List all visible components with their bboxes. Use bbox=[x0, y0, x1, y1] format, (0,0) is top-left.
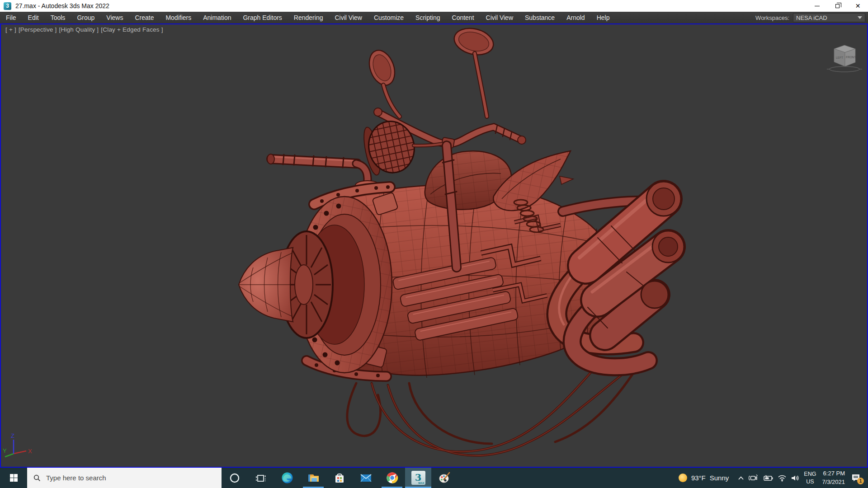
menu-modifiers[interactable]: Modifiers bbox=[160, 12, 197, 23]
taskbar-app-paint3d[interactable] bbox=[431, 468, 458, 488]
notification-badge: 1 bbox=[857, 478, 864, 484]
store-icon bbox=[334, 472, 345, 484]
menu-graph-editors[interactable]: Graph Editors bbox=[237, 12, 288, 23]
start-button[interactable] bbox=[0, 468, 27, 488]
tray-chevron-up[interactable] bbox=[737, 475, 745, 481]
paint3d-icon bbox=[439, 472, 451, 484]
taskbar-app-store[interactable] bbox=[326, 468, 353, 488]
weather-widget[interactable]: 93°F Sunny bbox=[679, 474, 729, 482]
taskbar-app-file-explorer[interactable] bbox=[300, 468, 326, 488]
menu-customize[interactable]: Customize bbox=[368, 12, 410, 23]
battery-icon bbox=[763, 475, 774, 481]
windows-logo-icon bbox=[10, 474, 18, 482]
world-axis-gizmo: X Y Z bbox=[3, 432, 32, 457]
menu-content[interactable]: Content bbox=[446, 12, 480, 23]
viewport-menu-general[interactable]: [ + ] bbox=[5, 26, 16, 33]
tray-battery[interactable] bbox=[763, 475, 774, 481]
taskbar-app-cortana[interactable] bbox=[222, 468, 248, 488]
menu-views[interactable]: Views bbox=[100, 12, 129, 23]
cortana-icon bbox=[229, 473, 240, 483]
viewport-menu-pov[interactable]: [Perspective ] bbox=[19, 26, 57, 33]
viewcube[interactable]: LEFT FRONT bbox=[827, 45, 862, 72]
language-indicator[interactable]: ENG US bbox=[804, 470, 816, 486]
chevron-up-icon bbox=[737, 475, 745, 481]
restore-icon bbox=[835, 4, 840, 8]
workspace-dropdown[interactable]: NESA iCAD bbox=[793, 13, 865, 22]
menu-civil-view[interactable]: Civil View bbox=[329, 12, 368, 23]
menu-rendering[interactable]: Rendering bbox=[288, 12, 329, 23]
close-icon: ✕ bbox=[855, 3, 861, 9]
taskbar-app-3ds-max[interactable]: 3 MAX bbox=[405, 468, 431, 488]
wifi-icon bbox=[778, 474, 787, 482]
menu-scripting[interactable]: Scripting bbox=[410, 12, 446, 23]
clock[interactable]: 6:27 PM 7/3/2021 bbox=[822, 469, 845, 486]
tray-date: 7/3/2021 bbox=[822, 478, 845, 486]
weather-condition: Sunny bbox=[710, 474, 729, 482]
restore-button[interactable] bbox=[827, 0, 848, 12]
windows-taskbar: Type here to search bbox=[0, 468, 868, 488]
workspace-value: NESA iCAD bbox=[796, 14, 855, 21]
taskbar-app-chrome[interactable] bbox=[379, 468, 405, 488]
viewport-label: [ + ] [Perspective ] [High Quality ] [Cl… bbox=[5, 26, 163, 33]
menu-edit[interactable]: Edit bbox=[22, 12, 45, 23]
menu-civil-view-2[interactable]: Civil View bbox=[480, 12, 519, 23]
chevron-down-icon bbox=[858, 16, 862, 19]
action-center-button[interactable]: 1 bbox=[851, 474, 861, 483]
file-explorer-icon bbox=[307, 472, 320, 484]
tail-fin bbox=[493, 151, 573, 211]
workspaces-label: Workspaces: bbox=[755, 14, 789, 21]
title-bar: 3 27.max - Autodesk 3ds Max 2022 ✕ bbox=[0, 0, 868, 12]
minimize-button[interactable] bbox=[807, 0, 827, 12]
tray-wifi[interactable] bbox=[778, 474, 787, 482]
taskbar-app-edge[interactable] bbox=[274, 468, 300, 488]
menu-help[interactable]: Help bbox=[591, 12, 616, 23]
axis-z-label: Z bbox=[11, 432, 14, 439]
speaker-icon bbox=[791, 474, 800, 482]
edge-icon bbox=[281, 472, 293, 484]
meet-now-camera-icon bbox=[749, 474, 759, 482]
weather-temp: 93°F bbox=[691, 474, 706, 482]
menu-bar: File Edit Tools Group Views Create Modif… bbox=[0, 12, 868, 23]
exhaust-pipes bbox=[557, 182, 684, 367]
axis-y-label: Y bbox=[3, 447, 7, 454]
menu-group[interactable]: Group bbox=[71, 12, 100, 23]
viewport-canvas-3d-model[interactable]: LEFT FRONT X Y Z bbox=[1, 24, 867, 467]
viewcube-front-label: FRONT bbox=[846, 56, 856, 59]
menu-create[interactable]: Create bbox=[129, 12, 160, 23]
tray-meet-now[interactable] bbox=[749, 474, 759, 482]
menu-file[interactable]: File bbox=[0, 12, 22, 23]
window-title: 27.max - Autodesk 3ds Max 2022 bbox=[15, 2, 109, 9]
menu-arnold[interactable]: Arnold bbox=[561, 12, 590, 23]
minimize-icon bbox=[815, 6, 820, 6]
search-placeholder: Type here to search bbox=[46, 474, 106, 482]
perspective-viewport[interactable]: [ + ] [Perspective ] [High Quality ] [Cl… bbox=[0, 23, 868, 468]
menu-animation[interactable]: Animation bbox=[197, 12, 237, 23]
mail-icon bbox=[360, 472, 372, 484]
menu-substance[interactable]: Substance bbox=[519, 12, 561, 23]
close-button[interactable]: ✕ bbox=[848, 0, 868, 12]
tray-volume[interactable] bbox=[791, 474, 800, 482]
viewport-menu-shading[interactable]: [Clay + Edged Faces ] bbox=[101, 26, 163, 33]
task-view-icon bbox=[255, 473, 266, 483]
taskbar-search[interactable]: Type here to search bbox=[27, 468, 222, 488]
tray-time: 6:27 PM bbox=[822, 469, 845, 478]
taskbar-app-mail[interactable] bbox=[353, 468, 379, 488]
engine-front bbox=[239, 197, 392, 373]
chrome-icon bbox=[386, 472, 398, 484]
3ds-max-logo-icon: 3 bbox=[4, 2, 11, 10]
sun-icon bbox=[679, 474, 687, 482]
search-icon bbox=[33, 474, 41, 482]
viewport-menu-quality[interactable]: [High Quality ] bbox=[59, 26, 99, 33]
menu-tools[interactable]: Tools bbox=[45, 12, 71, 23]
taskbar-app-task-view[interactable] bbox=[248, 468, 274, 488]
axis-x-label: X bbox=[28, 448, 32, 455]
3ds-max-taskbar-icon: 3 MAX bbox=[411, 471, 425, 485]
viewcube-left-label: LEFT bbox=[836, 56, 843, 59]
